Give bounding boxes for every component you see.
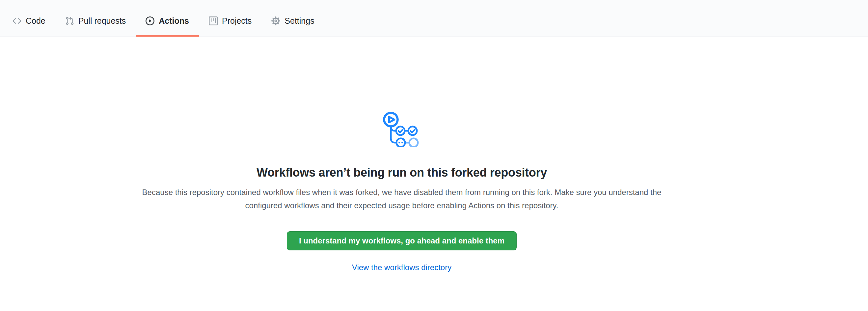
actions-blankslate: Workflows aren’t being run on this forke… (0, 37, 803, 274)
tab-settings[interactable]: Settings (261, 7, 324, 37)
play-icon (146, 17, 154, 25)
tab-pull-requests[interactable]: Pull requests (55, 7, 136, 37)
project-icon (209, 17, 218, 25)
workflow-graph-icon (383, 111, 420, 147)
git-pull-request-icon (65, 17, 74, 25)
tab-label: Code (26, 17, 45, 25)
enable-workflows-button[interactable]: I understand my workflows, go ahead and … (287, 231, 517, 250)
gear-icon (271, 17, 280, 25)
tab-label: Projects (222, 17, 252, 25)
tab-label: Actions (159, 17, 189, 25)
code-icon (12, 17, 22, 25)
tab-label: Pull requests (79, 17, 126, 25)
tab-code[interactable]: Code (3, 7, 55, 37)
tab-label: Settings (284, 17, 314, 25)
page-title: Workflows aren’t being run on this forke… (0, 165, 803, 180)
tab-actions[interactable]: Actions (136, 7, 199, 37)
repo-tab-nav: Code Pull requests Actions Projects (0, 0, 868, 37)
tab-projects[interactable]: Projects (199, 7, 261, 37)
workflows-directory-link[interactable]: View the workflows directory (352, 263, 452, 272)
fork-workflows-description: Because this repository contained workfl… (137, 186, 667, 212)
